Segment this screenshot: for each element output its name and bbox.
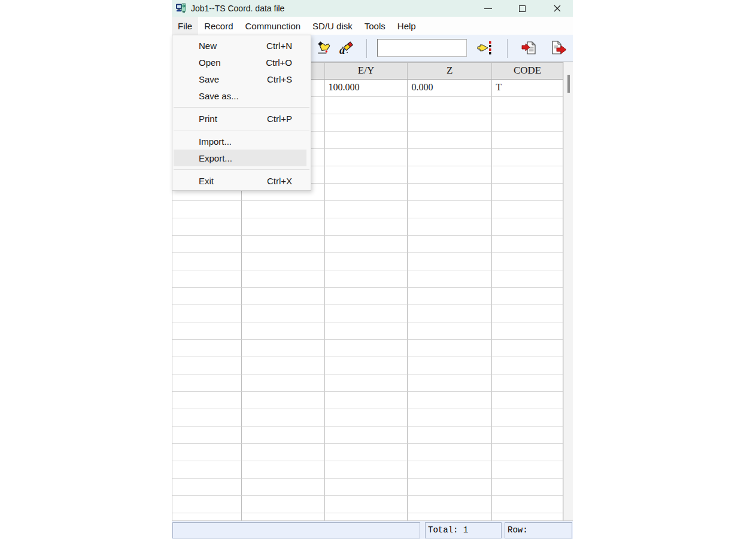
- menu-item-open[interactable]: OpenCtrl+O: [174, 54, 306, 71]
- table-cell[interactable]: [492, 322, 563, 340]
- table-cell[interactable]: [492, 236, 563, 253]
- delete-record-icon[interactable]: a: [339, 40, 354, 56]
- table-cell[interactable]: [492, 166, 563, 184]
- table-cell[interactable]: [325, 513, 408, 520]
- table-cell[interactable]: [408, 201, 492, 218]
- table-cell[interactable]: [172, 496, 242, 513]
- table-cell[interactable]: [242, 392, 325, 409]
- search-input[interactable]: [377, 39, 467, 57]
- export-file-icon[interactable]: [551, 40, 567, 56]
- table-cell[interactable]: [172, 374, 242, 392]
- table-cell[interactable]: [325, 427, 408, 444]
- table-cell[interactable]: [325, 479, 408, 496]
- table-cell[interactable]: [172, 357, 242, 374]
- table-cell[interactable]: [325, 166, 408, 184]
- table-cell[interactable]: [242, 288, 325, 305]
- table-cell[interactable]: [492, 496, 563, 513]
- table-cell[interactable]: [408, 218, 492, 236]
- menubar-item-record[interactable]: Record: [198, 17, 239, 35]
- table-cell[interactable]: [242, 322, 325, 340]
- table-cell[interactable]: [325, 340, 408, 357]
- table-cell[interactable]: [242, 340, 325, 357]
- table-cell[interactable]: [492, 270, 563, 288]
- menubar-item-sd-u-disk[interactable]: SD/U disk: [306, 17, 359, 35]
- table-cell[interactable]: [492, 218, 563, 236]
- table-cell[interactable]: [408, 461, 492, 479]
- table-cell[interactable]: [325, 374, 408, 392]
- menubar-item-help[interactable]: Help: [391, 17, 422, 35]
- table-cell[interactable]: [172, 305, 242, 322]
- menu-item-new[interactable]: NewCtrl+N: [174, 37, 306, 54]
- table-cell[interactable]: [325, 270, 408, 288]
- table-cell[interactable]: [325, 322, 408, 340]
- menu-item-import[interactable]: Import...: [174, 133, 306, 150]
- table-cell[interactable]: [408, 97, 492, 114]
- table-cell[interactable]: [242, 253, 325, 270]
- table-cell[interactable]: [492, 461, 563, 479]
- table-cell[interactable]: [492, 201, 563, 218]
- table-cell[interactable]: [408, 236, 492, 253]
- table-cell[interactable]: [492, 340, 563, 357]
- maximize-button[interactable]: [509, 0, 535, 17]
- table-cell[interactable]: [242, 270, 325, 288]
- menu-item-export[interactable]: Export...: [174, 150, 306, 166]
- table-cell[interactable]: [242, 236, 325, 253]
- table-cell[interactable]: [408, 374, 492, 392]
- table-cell[interactable]: [242, 305, 325, 322]
- table-cell[interactable]: [325, 236, 408, 253]
- table-cell[interactable]: [492, 305, 563, 322]
- table-cell[interactable]: [325, 496, 408, 513]
- table-cell[interactable]: [242, 513, 325, 520]
- table-cell[interactable]: [408, 409, 492, 427]
- table-cell[interactable]: [172, 409, 242, 427]
- menubar-item-tools[interactable]: Tools: [359, 17, 391, 35]
- table-cell[interactable]: [325, 409, 408, 427]
- table-cell[interactable]: [172, 218, 242, 236]
- table-cell[interactable]: [172, 270, 242, 288]
- table-cell[interactable]: [325, 392, 408, 409]
- table-cell[interactable]: [408, 114, 492, 132]
- import-file-icon[interactable]: [521, 40, 537, 56]
- table-cell[interactable]: [408, 184, 492, 201]
- menubar-item-file[interactable]: File: [172, 17, 198, 35]
- table-cell[interactable]: [492, 97, 563, 114]
- table-cell[interactable]: [492, 132, 563, 149]
- menu-item-exit[interactable]: ExitCtrl+X: [174, 172, 306, 189]
- table-cell[interactable]: [325, 288, 408, 305]
- table-cell[interactable]: [242, 444, 325, 461]
- table-cell[interactable]: [492, 357, 563, 374]
- table-cell[interactable]: [492, 444, 563, 461]
- minimize-button[interactable]: [475, 0, 500, 17]
- scrollbar-thumb[interactable]: [567, 75, 570, 93]
- table-cell[interactable]: [492, 184, 563, 201]
- table-cell[interactable]: [242, 409, 325, 427]
- table-cell[interactable]: [325, 357, 408, 374]
- table-cell[interactable]: [242, 427, 325, 444]
- table-cell[interactable]: [492, 288, 563, 305]
- table-cell[interactable]: [172, 427, 242, 444]
- table-cell[interactable]: [325, 201, 408, 218]
- table-cell[interactable]: [408, 513, 492, 520]
- table-cell[interactable]: [408, 392, 492, 409]
- table-cell[interactable]: [325, 149, 408, 166]
- table-cell[interactable]: [408, 427, 492, 444]
- menu-item-save[interactable]: SaveCtrl+S: [174, 71, 306, 87]
- table-cell[interactable]: [492, 114, 563, 132]
- goto-row-icon[interactable]: [476, 40, 492, 56]
- table-cell[interactable]: [492, 513, 563, 520]
- table-cell[interactable]: [242, 357, 325, 374]
- table-cell[interactable]: [492, 409, 563, 427]
- table-cell[interactable]: [172, 392, 242, 409]
- table-cell[interactable]: [172, 513, 242, 520]
- table-cell[interactable]: [408, 166, 492, 184]
- table-cell[interactable]: [408, 149, 492, 166]
- table-cell[interactable]: [408, 479, 492, 496]
- table-cell[interactable]: [242, 479, 325, 496]
- table-cell[interactable]: [408, 270, 492, 288]
- table-cell[interactable]: [172, 253, 242, 270]
- table-cell[interactable]: [325, 132, 408, 149]
- table-cell[interactable]: [172, 340, 242, 357]
- table-cell[interactable]: [325, 218, 408, 236]
- vertical-scrollbar[interactable]: [563, 62, 573, 520]
- table-cell[interactable]: [325, 461, 408, 479]
